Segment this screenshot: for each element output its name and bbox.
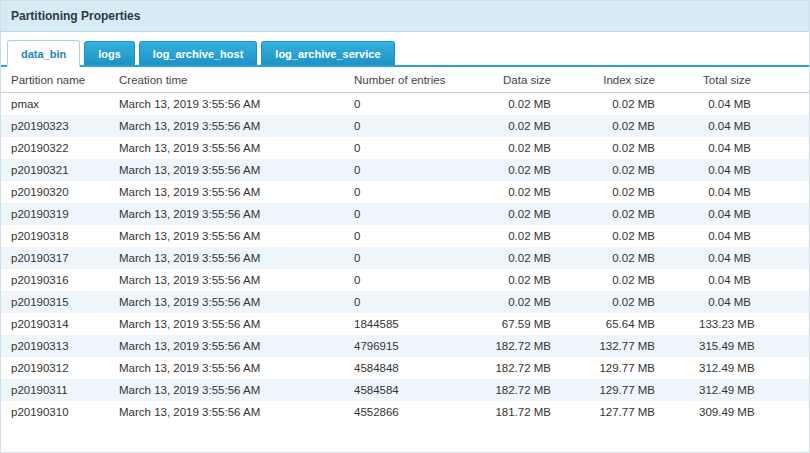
table-cell: March 13, 2019 3:55:56 AM	[111, 379, 346, 401]
table-row[interactable]: p20190316March 13, 2019 3:55:56 AM00.02 …	[1, 269, 810, 291]
table-cell: 0.04 MB	[691, 181, 810, 203]
table-cell: 1844585	[346, 313, 486, 335]
table-cell: March 13, 2019 3:55:56 AM	[111, 401, 346, 423]
table-cell: 0	[346, 93, 486, 115]
table-cell: 0.02 MB	[486, 291, 591, 313]
table-cell: 0	[346, 181, 486, 203]
table-cell: 315.49 MB	[691, 335, 810, 357]
table-cell: 0.02 MB	[591, 247, 691, 269]
table-cell: 312.49 MB	[691, 357, 810, 379]
tab-log_archive_host[interactable]: log_archive_host	[139, 41, 257, 65]
table-cell: 312.49 MB	[691, 379, 810, 401]
table-cell: 132.77 MB	[591, 335, 691, 357]
table-cell: 0.02 MB	[486, 93, 591, 115]
table-cell: March 13, 2019 3:55:56 AM	[111, 137, 346, 159]
table-cell: 0.02 MB	[591, 269, 691, 291]
table-row[interactable]: p20190320March 13, 2019 3:55:56 AM00.02 …	[1, 181, 810, 203]
table-row[interactable]: p20190317March 13, 2019 3:55:56 AM00.02 …	[1, 247, 810, 269]
table-cell: 0.02 MB	[486, 225, 591, 247]
table-cell: 181.72 MB	[486, 401, 591, 423]
table-cell: p20190319	[1, 203, 111, 225]
column-header[interactable]: Number of entries	[346, 67, 486, 93]
table-cell: p20190316	[1, 269, 111, 291]
tab-data_bin[interactable]: data_bin	[7, 40, 80, 67]
table-cell: 0.04 MB	[691, 203, 810, 225]
table-body: pmaxMarch 13, 2019 3:55:56 AM00.02 MB0.0…	[1, 93, 810, 423]
table-row[interactable]: p20190313March 13, 2019 3:55:56 AM479691…	[1, 335, 810, 357]
table-cell: 182.72 MB	[486, 379, 591, 401]
table-cell: 133.23 MB	[691, 313, 810, 335]
table-cell: p20190321	[1, 159, 111, 181]
tab-logs[interactable]: logs	[84, 41, 135, 65]
table-row[interactable]: p20190321March 13, 2019 3:55:56 AM00.02 …	[1, 159, 810, 181]
table-cell: 129.77 MB	[591, 357, 691, 379]
table-cell: p20190323	[1, 115, 111, 137]
table-cell: 0.02 MB	[591, 181, 691, 203]
table-cell: 4552866	[346, 401, 486, 423]
table-cell: March 13, 2019 3:55:56 AM	[111, 203, 346, 225]
table-cell: 182.72 MB	[486, 357, 591, 379]
table-cell: 0.04 MB	[691, 137, 810, 159]
table-cell: 0	[346, 137, 486, 159]
table-header: Partition nameCreation timeNumber of ent…	[1, 67, 810, 93]
column-header[interactable]: Data size	[486, 67, 591, 93]
table-cell: p20190322	[1, 137, 111, 159]
table-cell: 0.02 MB	[591, 203, 691, 225]
table-cell: 129.77 MB	[591, 379, 691, 401]
table-cell: 0.02 MB	[591, 291, 691, 313]
table-cell: March 13, 2019 3:55:56 AM	[111, 313, 346, 335]
table-row[interactable]: p20190310March 13, 2019 3:55:56 AM455286…	[1, 401, 810, 423]
table-cell: 182.72 MB	[486, 335, 591, 357]
table-cell: March 13, 2019 3:55:56 AM	[111, 247, 346, 269]
table-cell: March 13, 2019 3:55:56 AM	[111, 115, 346, 137]
table-cell: 0.02 MB	[486, 181, 591, 203]
table-cell: 0.04 MB	[691, 291, 810, 313]
table-cell: 0.02 MB	[486, 159, 591, 181]
tab-log_archive_service[interactable]: log_archive_service	[261, 41, 394, 65]
table-row[interactable]: pmaxMarch 13, 2019 3:55:56 AM00.02 MB0.0…	[1, 93, 810, 115]
table-row[interactable]: p20190311March 13, 2019 3:55:56 AM458458…	[1, 379, 810, 401]
table-row[interactable]: p20190323March 13, 2019 3:55:56 AM00.02 …	[1, 115, 810, 137]
table-cell: March 13, 2019 3:55:56 AM	[111, 225, 346, 247]
table-cell: p20190314	[1, 313, 111, 335]
table-cell: 309.49 MB	[691, 401, 810, 423]
table-cell: 0.04 MB	[691, 269, 810, 291]
table-cell: 0	[346, 159, 486, 181]
table-cell: 0.04 MB	[691, 247, 810, 269]
table-cell: 0.04 MB	[691, 115, 810, 137]
table-cell: 0.04 MB	[691, 225, 810, 247]
table-cell: 4584584	[346, 379, 486, 401]
table-cell: p20190310	[1, 401, 111, 423]
table-cell: March 13, 2019 3:55:56 AM	[111, 335, 346, 357]
table-cell: 67.59 MB	[486, 313, 591, 335]
table-header-row: Partition nameCreation timeNumber of ent…	[1, 67, 810, 93]
table-cell: 0	[346, 291, 486, 313]
column-header[interactable]: Index size	[591, 67, 691, 93]
table-cell: p20190317	[1, 247, 111, 269]
table-cell: 4796915	[346, 335, 486, 357]
column-header[interactable]: Partition name	[1, 67, 111, 93]
table-cell: 0	[346, 203, 486, 225]
table-cell: 4584848	[346, 357, 486, 379]
table-row[interactable]: p20190312March 13, 2019 3:55:56 AM458484…	[1, 357, 810, 379]
table-cell: 0.02 MB	[486, 115, 591, 137]
table-cell: 0.02 MB	[591, 137, 691, 159]
table-row[interactable]: p20190314March 13, 2019 3:55:56 AM184458…	[1, 313, 810, 335]
table-cell: p20190318	[1, 225, 111, 247]
table-cell: 0	[346, 269, 486, 291]
column-header[interactable]: Creation time	[111, 67, 346, 93]
table-cell: 65.64 MB	[591, 313, 691, 335]
table-cell: 0.02 MB	[591, 159, 691, 181]
table-row[interactable]: p20190318March 13, 2019 3:55:56 AM00.02 …	[1, 225, 810, 247]
table-cell: p20190313	[1, 335, 111, 357]
table-cell: 127.77 MB	[591, 401, 691, 423]
table-row[interactable]: p20190315March 13, 2019 3:55:56 AM00.02 …	[1, 291, 810, 313]
table-cell: p20190312	[1, 357, 111, 379]
table-row[interactable]: p20190319March 13, 2019 3:55:56 AM00.02 …	[1, 203, 810, 225]
table-cell: p20190311	[1, 379, 111, 401]
table-cell: pmax	[1, 93, 111, 115]
table-cell: 0	[346, 247, 486, 269]
column-header[interactable]: Total size	[691, 67, 810, 93]
table-cell: March 13, 2019 3:55:56 AM	[111, 159, 346, 181]
table-row[interactable]: p20190322March 13, 2019 3:55:56 AM00.02 …	[1, 137, 810, 159]
